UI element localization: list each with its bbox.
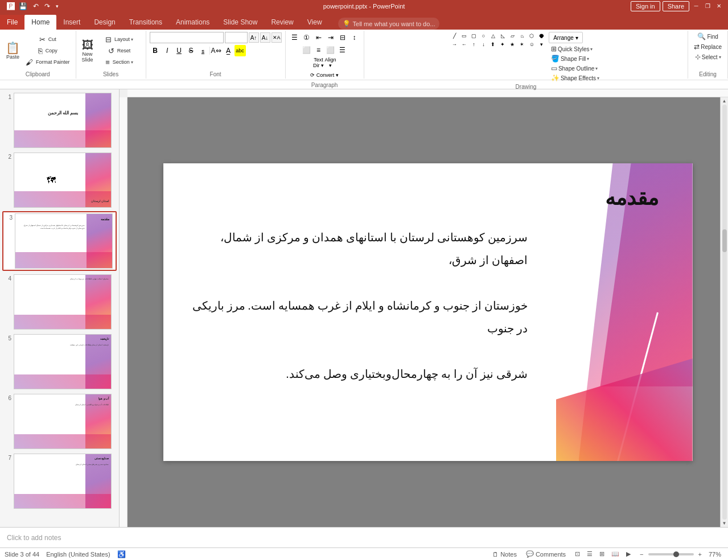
col-btn[interactable]: ⊟ [337, 32, 348, 43]
undo-qat-btn[interactable]: ↶ [31, 1, 40, 11]
tab-design[interactable]: Design [87, 15, 122, 30]
tab-review[interactable]: Review [264, 15, 300, 30]
decrease-font-size-btn[interactable]: A↓ [260, 32, 270, 43]
slide-item-5[interactable]: 5 تاریخچه تاریخچه استان لرستان و اطلاعات… [2, 333, 117, 390]
shape-star5[interactable]: ★ [508, 40, 517, 48]
convert-smartart-btn[interactable]: ⟳ Convert ▾ [296, 69, 353, 81]
line-spacing-btn[interactable]: ↕ [349, 32, 360, 43]
shape-arrow-call[interactable]: ⬆ [489, 40, 497, 48]
quick-styles-item[interactable]: ⊞ Quick Styles ▾ [549, 44, 602, 53]
slide-item-6[interactable]: 6 آب و هوا اطلاعات آب و هوایی و اقلیمی ا… [2, 393, 117, 450]
shape-star4[interactable]: ✦ [499, 40, 507, 48]
text-highlight-btn[interactable]: abc [235, 45, 246, 56]
view-outline-btn[interactable]: ☰ [585, 550, 595, 558]
shape-para[interactable]: ▱ [508, 32, 517, 40]
numbered-list-btn[interactable]: ① [301, 32, 312, 43]
align-right-btn[interactable]: ⬜ [325, 44, 336, 56]
shape-rect[interactable]: ▭ [460, 32, 468, 40]
shape-star6[interactable]: ✶ [518, 40, 527, 48]
shape-outline-item[interactable]: ▭ Shape Outline ▾ [549, 64, 602, 73]
shape-smile[interactable]: ☺ [528, 40, 536, 48]
italic-button[interactable]: I [162, 45, 173, 56]
shape-arrow-r[interactable]: → [450, 40, 459, 48]
section-button[interactable]: ≡ Section ▾ [97, 57, 142, 68]
tab-view[interactable]: View [301, 15, 329, 30]
bullet-list-btn[interactable]: ☰ [289, 32, 301, 43]
justify-btn[interactable]: ☰ [337, 44, 348, 56]
shape-line[interactable]: ╱ [450, 32, 459, 40]
layout-button[interactable]: ⊟ Layout ▾ [97, 35, 142, 45]
increase-font-size-btn[interactable]: A↑ [249, 32, 259, 43]
shape-fill-item[interactable]: 🪣 Shape Fill ▾ [549, 54, 602, 63]
shape-arrow-l[interactable]: ← [460, 40, 468, 48]
shape-arrow-d[interactable]: ↓ [479, 40, 488, 48]
zoom-out-btn[interactable]: − [637, 550, 645, 558]
shadow-button[interactable]: s̲ [198, 45, 209, 56]
shape-effects-item[interactable]: ✨ Shape Effects ▾ [549, 73, 602, 83]
font-name-input[interactable] [150, 32, 224, 43]
slide-title[interactable]: مقدمه [605, 186, 659, 210]
paste-button[interactable]: 📋 Paste [3, 35, 22, 67]
slide-item-3[interactable]: 3 مقدمه سرزمین کوهستانی لرستان با استانه… [2, 211, 117, 271]
shape-oval[interactable]: ○ [479, 32, 488, 40]
underline-button[interactable]: U [174, 45, 185, 56]
tab-slideshow[interactable]: Slide Show [216, 15, 264, 30]
zoom-slider-thumb[interactable] [673, 551, 679, 557]
shape-hex[interactable]: ⬡ [528, 32, 536, 40]
vertical-scrollbar[interactable]: ▲ ▼ [720, 97, 728, 527]
view-slide-sorter-btn[interactable]: ⊞ [597, 550, 607, 558]
new-slide-button[interactable]: 🖼 NewSlide [80, 35, 96, 67]
clear-format-btn[interactable]: ✕A [272, 32, 282, 43]
shape-more[interactable]: ▾ [537, 40, 546, 48]
cut-button[interactable]: ✂ Cut [23, 35, 72, 45]
format-painter-button[interactable]: 🖌 Format Painter [23, 57, 72, 68]
sign-in-button[interactable]: Sign in [631, 1, 660, 11]
comments-status-btn[interactable]: 💬Comments [524, 550, 568, 558]
decrease-indent-btn[interactable]: ⇤ [313, 32, 324, 43]
scroll-up-btn[interactable]: ▲ [722, 98, 727, 104]
font-size-input[interactable]: 40 [225, 32, 248, 43]
scroll-thumb[interactable] [722, 229, 727, 252]
shape-rounded-rect[interactable]: ▢ [470, 32, 478, 40]
tell-me-box[interactable]: 💡 Tell me what you want to do... [338, 18, 440, 30]
shape-tri[interactable]: △ [489, 32, 497, 40]
customize-qat-btn[interactable]: ▾ [54, 2, 60, 10]
char-spacing-btn[interactable]: A⇔ [211, 45, 222, 56]
align-left-btn[interactable]: ⬜ [301, 44, 312, 56]
find-item[interactable]: 🔍 Find [695, 32, 720, 41]
arrange-btn[interactable]: Arrange ▾ [549, 32, 583, 43]
scroll-down-btn[interactable]: ▼ [722, 521, 727, 526]
notes-status-btn[interactable]: 🗒Notes [490, 550, 519, 558]
tab-insert[interactable]: Insert [56, 15, 87, 30]
font-color-btn[interactable]: A̲ [223, 45, 234, 56]
shape-arrow-u[interactable]: ↑ [470, 40, 478, 48]
close-btn[interactable]: ✕ [714, 1, 723, 10]
slide-item-1[interactable]: 1 بسم الله الرحمن [2, 92, 117, 149]
slide-item-2[interactable]: 2 🗺 استان لرستان [2, 151, 117, 209]
align-text-btn[interactable]: Align ▾ [325, 57, 336, 68]
tab-file[interactable]: File [0, 15, 24, 30]
zoom-in-btn[interactable]: + [696, 550, 704, 558]
align-center-btn[interactable]: ≡ [313, 44, 324, 56]
share-button[interactable]: Share [663, 1, 689, 11]
zoom-level[interactable]: 77% [706, 550, 723, 558]
slide-item-7[interactable]: 7 صنایع دستی صنایع دستی و هنرهای سنتی اس… [2, 452, 117, 510]
minimize-btn[interactable]: ─ [692, 1, 701, 10]
text-direction-btn[interactable]: Text Dir ▾ [313, 57, 324, 68]
shape-oct[interactable]: ⯃ [537, 32, 546, 40]
view-normal-btn[interactable]: ⊡ [573, 550, 582, 558]
strikethrough-button[interactable]: S [186, 45, 197, 56]
slide-item-4[interactable]: 4 محتوای اسلاید چهارم با اطلاعات مربوط ب… [2, 273, 117, 331]
reset-button[interactable]: ↺ Reset [97, 46, 142, 56]
select-item[interactable]: ⊹ Select ▾ [693, 52, 723, 61]
restore-btn[interactable]: ❐ [703, 1, 712, 10]
increase-indent-btn[interactable]: ⇥ [325, 32, 336, 43]
slide-body[interactable]: سرزمین کوهستانی لرستان با استانهای همدان… [192, 226, 528, 385]
replace-item[interactable]: ⇄ Replace [692, 42, 724, 51]
tab-animations[interactable]: Animations [169, 15, 216, 30]
copy-button[interactable]: ⎘ Copy [23, 46, 72, 56]
zoom-slider[interactable] [648, 553, 694, 555]
view-reading-btn[interactable]: 📖 [609, 550, 622, 558]
redo-qat-btn[interactable]: ↷ [43, 1, 52, 11]
view-slideshow-btn[interactable]: ▶ [624, 550, 633, 558]
